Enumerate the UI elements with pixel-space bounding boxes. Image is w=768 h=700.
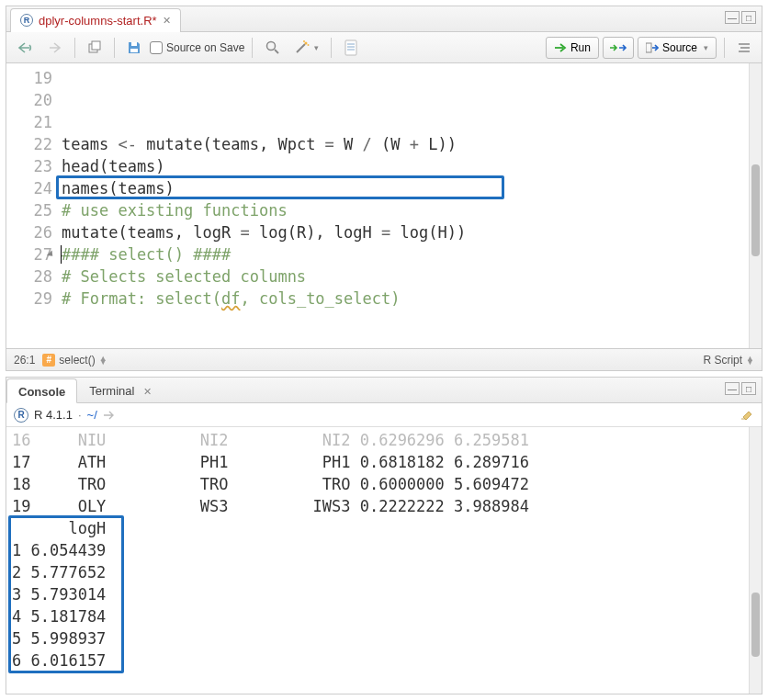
- tab-terminal-label: Terminal: [89, 384, 134, 398]
- maximize-icon[interactable]: □: [741, 382, 756, 395]
- rerun-button[interactable]: [603, 37, 634, 59]
- source-icon: [646, 42, 659, 53]
- svg-point-8: [308, 44, 310, 46]
- goto-dir-icon[interactable]: [103, 410, 116, 421]
- minimize-icon[interactable]: —: [725, 11, 740, 24]
- editor-pane: R dplyr-columns-start.R* ✕ — □ Source on…: [6, 6, 762, 371]
- sort-icon: ▲▼: [746, 356, 754, 364]
- scrollbar-thumb[interactable]: [751, 164, 760, 256]
- svg-rect-15: [646, 43, 651, 52]
- checkbox-icon: [150, 41, 163, 54]
- outline-button[interactable]: [732, 37, 756, 59]
- cursor-position: 26:1: [14, 354, 35, 367]
- section-badge-icon: #: [42, 354, 55, 367]
- minimize-icon[interactable]: —: [725, 382, 740, 395]
- forward-button[interactable]: [41, 37, 67, 59]
- editor-tab-filename: dplyr-columns-start.R*: [39, 14, 157, 28]
- run-label: Run: [570, 41, 591, 54]
- filetype-selector[interactable]: R Script ▲▼: [703, 354, 754, 367]
- console-pane: Console Terminal ✕ — □ R R 4.1.1 · ~/ 16…: [6, 377, 762, 694]
- source-on-save-label: Source on Save: [166, 41, 244, 54]
- close-icon[interactable]: ✕: [163, 15, 171, 27]
- run-button[interactable]: Run: [546, 37, 599, 59]
- r-version-label: R 4.1.1: [34, 408, 73, 422]
- pane-window-controls: — □: [725, 382, 756, 395]
- code-tools-button[interactable]: ▾: [289, 37, 323, 59]
- rerun-icon: [609, 42, 627, 53]
- clear-console-icon[interactable]: [738, 406, 754, 423]
- tab-console[interactable]: Console: [6, 378, 77, 403]
- working-dir[interactable]: ~/: [87, 408, 97, 422]
- line-gutter: 1920212223242526272829: [6, 63, 62, 348]
- popout-button[interactable]: [83, 37, 107, 59]
- console-output[interactable]: 16 NIU NI2 NI2 0.6296296 6.259581 17 ATH…: [6, 427, 762, 694]
- svg-rect-1: [92, 41, 100, 50]
- source-label: Source: [662, 41, 697, 54]
- svg-line-6: [297, 44, 305, 52]
- code-editor[interactable]: 1920212223242526272829 teams <- mutate(t…: [6, 63, 762, 348]
- source-on-save-toggle[interactable]: Source on Save: [150, 41, 244, 54]
- scrollbar-thumb[interactable]: [751, 593, 760, 657]
- console-text: 16 NIU NI2 NI2 0.6296296 6.259581 17 ATH…: [6, 427, 749, 694]
- find-button[interactable]: [260, 37, 286, 59]
- svg-point-7: [305, 41, 308, 44]
- code-content: teams <- mutate(teams, Wpct = W / (W + L…: [62, 63, 749, 348]
- tab-terminal[interactable]: Terminal ✕: [77, 378, 164, 402]
- close-icon[interactable]: ✕: [143, 386, 152, 397]
- editor-tab[interactable]: R dplyr-columns-start.R* ✕: [10, 8, 181, 32]
- maximize-icon[interactable]: □: [741, 11, 756, 24]
- save-button[interactable]: [122, 37, 146, 59]
- pane-window-controls: — □: [725, 11, 756, 24]
- r-logo-icon: R: [14, 408, 28, 423]
- outline-section-label[interactable]: select(): [59, 354, 95, 367]
- editor-tab-strip: R dplyr-columns-start.R* ✕ — □: [6, 6, 762, 32]
- sort-icon: ▲▼: [99, 356, 107, 364]
- editor-scrollbar[interactable]: [749, 63, 762, 348]
- editor-toolbar: Source on Save ▾ Run Source ▾: [6, 32, 762, 63]
- back-button[interactable]: [12, 37, 38, 59]
- run-icon: [554, 42, 567, 53]
- console-header: R R 4.1.1 · ~/: [6, 403, 762, 427]
- editor-statusbar: 26:1 # select() ▲▼ R Script ▲▼: [6, 348, 762, 370]
- svg-rect-2: [130, 49, 138, 52]
- svg-point-9: [303, 40, 305, 42]
- tab-console-label: Console: [18, 385, 65, 399]
- source-button[interactable]: Source ▾: [638, 37, 717, 59]
- filetype-label: R Script: [703, 354, 742, 367]
- svg-point-4: [267, 41, 276, 50]
- console-scrollbar[interactable]: [749, 427, 762, 694]
- svg-line-5: [275, 50, 278, 53]
- compile-report-button[interactable]: [339, 37, 363, 59]
- console-tab-strip: Console Terminal ✕ — □: [6, 378, 762, 403]
- svg-rect-10: [345, 40, 356, 55]
- r-file-icon: R: [20, 14, 33, 27]
- svg-rect-3: [131, 42, 137, 46]
